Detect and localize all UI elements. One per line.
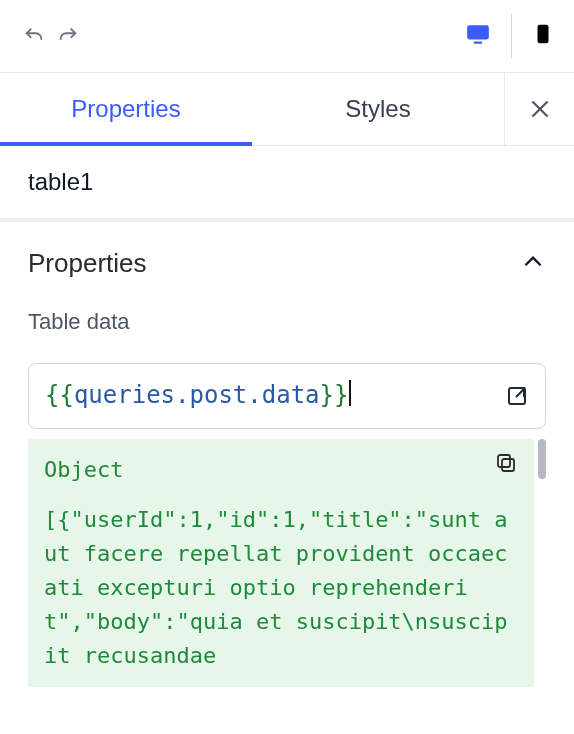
svg-line-7: [516, 389, 524, 397]
expression-text: {{queries.post.data}}: [45, 381, 351, 409]
svg-rect-8: [502, 459, 514, 471]
scroll-thumb[interactable]: [538, 439, 546, 479]
undo-redo-group: [20, 22, 82, 50]
table-data-input[interactable]: {{queries.post.data}}: [28, 363, 546, 429]
section-title: Properties: [28, 248, 147, 279]
svg-rect-0: [467, 25, 489, 39]
text-caret: [349, 380, 351, 406]
mobile-icon[interactable]: [532, 20, 554, 52]
undo-icon[interactable]: [20, 22, 48, 50]
desktop-icon[interactable]: [465, 21, 491, 51]
preview-box: Object [{"userId":1,"id":1,"title":"sunt…: [28, 439, 534, 688]
section-header[interactable]: Properties: [28, 248, 546, 279]
chevron-up-icon[interactable]: [520, 249, 546, 279]
svg-rect-2: [538, 25, 549, 43]
top-toolbar: [0, 0, 574, 73]
divider: [511, 14, 512, 58]
close-panel-button[interactable]: [504, 73, 574, 145]
evaluation-preview: Object [{"userId":1,"id":1,"title":"sunt…: [28, 439, 546, 688]
component-name-input[interactable]: table1: [0, 146, 574, 222]
svg-rect-1: [474, 42, 483, 44]
preview-type-label: Object: [44, 453, 518, 487]
table-data-label: Table data: [28, 309, 546, 335]
tab-properties[interactable]: Properties: [0, 73, 252, 145]
properties-section: Properties Table data {{queries.post.dat…: [0, 222, 574, 429]
expand-editor-icon[interactable]: [503, 382, 531, 410]
tab-styles[interactable]: Styles: [252, 73, 504, 145]
preview-body: [{"userId":1,"id":1,"title":"sunt aut fa…: [44, 503, 518, 673]
redo-icon[interactable]: [54, 22, 82, 50]
svg-rect-9: [498, 455, 510, 467]
preview-scrollbar[interactable]: [536, 439, 546, 688]
close-icon: [527, 96, 553, 122]
inspector-tabs: Properties Styles: [0, 73, 574, 146]
device-switcher: [465, 14, 554, 58]
copy-icon[interactable]: [494, 451, 520, 477]
